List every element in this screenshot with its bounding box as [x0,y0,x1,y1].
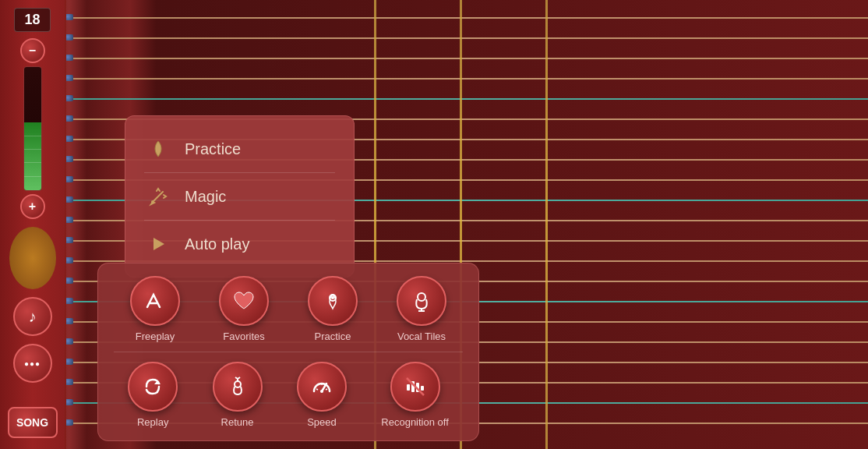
toolbar-item-vocal-tiles[interactable]: Vocal Tiles [397,276,446,342]
recognition-off-button[interactable] [390,362,440,412]
string-3 [66,58,868,59]
magic-mode-label: Magic [185,188,226,206]
svg-point-4 [418,293,425,301]
toolbar-item-speed[interactable]: Speed [297,362,347,428]
minus-icon: − [29,44,36,58]
toolbar-item-practice[interactable]: Practice [308,276,358,342]
svg-point-13 [320,390,323,393]
replay-button[interactable] [128,362,178,412]
svg-rect-20 [421,386,424,391]
mode-item-practice[interactable]: Practice [138,126,341,172]
song-button[interactable]: SONG [8,407,58,438]
volume-fill [24,122,41,190]
speed-button[interactable] [297,362,347,412]
practice-label: Practice [315,331,351,342]
favorites-button[interactable] [219,276,269,326]
music-icon: ♪ [29,308,37,326]
toolbar-item-freeplay[interactable]: Freeplay [130,276,180,342]
svg-point-3 [331,296,334,299]
toolbar-item-favorites[interactable]: Favorites [219,276,269,342]
vocal-tiles-button[interactable] [397,276,446,326]
vocal-tiles-label: Vocal Tiles [397,331,446,342]
string-4 [66,78,868,80]
magic-mode-icon [144,182,172,210]
speed-label: Speed [307,416,337,428]
mode-item-autoplay[interactable]: Auto play [138,221,341,267]
left-sidebar: 18 − + ♪ ●●● SONG [0,0,66,449]
svg-line-15 [326,389,327,390]
string-1 [66,17,868,19]
bottom-toolbar: Freeplay Favorites Practice [97,263,479,441]
more-button[interactable]: ●●● [13,344,52,383]
string-5 [66,98,868,100]
toolbar-item-retune[interactable]: Retune [213,362,263,428]
plus-icon: + [29,200,36,214]
retune-button[interactable] [213,362,263,412]
retune-label: Retune [221,416,254,428]
svg-marker-1 [153,238,164,250]
gold-decoration [9,227,56,289]
toolbar-separator [114,352,463,352]
autoplay-mode-icon [144,230,172,258]
bridge-line-3 [545,0,548,449]
practice-mode-label: Practice [185,140,241,158]
toolbar-row-2: Replay Retune [114,362,463,428]
number-badge: 18 [14,8,50,32]
svg-line-11 [238,377,240,379]
song-label: SONG [16,416,48,429]
string-2 [66,37,868,39]
freeplay-label: Freeplay [136,331,175,342]
mode-menu-panel: Practice Magic Auto play [125,115,355,278]
toolbar-row-1: Freeplay Favorites Practice [114,276,463,342]
volume-control: − + [20,38,45,219]
replay-label: Replay [137,416,168,428]
mode-item-magic[interactable]: Magic [138,173,341,220]
svg-point-0 [151,200,154,203]
volume-plus-button[interactable]: + [20,194,45,219]
toolbar-item-recognition-off[interactable]: Recognition off [381,362,449,428]
music-button[interactable]: ♪ [13,297,52,336]
volume-slider[interactable] [23,66,42,191]
favorites-label: Favorites [223,331,264,342]
svg-marker-7 [154,380,161,384]
practice-mode-icon [144,135,172,163]
svg-point-8 [235,381,241,387]
svg-rect-17 [407,384,410,391]
freeplay-button[interactable] [130,276,180,326]
autoplay-mode-label: Auto play [185,235,249,253]
svg-line-14 [316,389,318,390]
volume-minus-button[interactable]: − [20,38,45,63]
recognition-off-label: Recognition off [381,416,449,428]
practice-button[interactable] [308,276,358,326]
more-icon: ●●● [24,359,41,368]
svg-line-10 [235,377,238,379]
toolbar-item-replay[interactable]: Replay [128,362,178,428]
